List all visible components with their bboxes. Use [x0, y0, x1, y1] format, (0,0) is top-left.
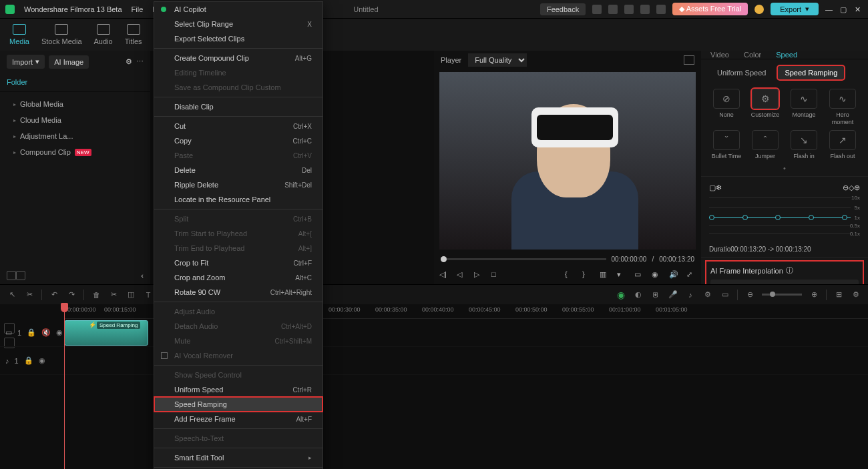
music-icon[interactable]: ♪	[685, 290, 696, 300]
tab-media[interactable]: Media	[9, 24, 29, 45]
preset-none[interactable]: ⊘None	[709, 89, 744, 126]
menu-item-create-compound-clip[interactable]: Create Compound ClipAlt+G	[154, 51, 322, 65]
preset-flash-out[interactable]: ↗Flash out	[825, 130, 860, 160]
sidebar-item-global-media[interactable]: ▸Global Media	[3, 96, 148, 112]
toggle-icon[interactable]: ▢	[709, 183, 716, 192]
shield-icon[interactable]: ⛨	[650, 290, 661, 300]
display-icon[interactable]: ▭	[634, 270, 644, 280]
import-dropdown[interactable]: Import ▾	[7, 55, 45, 69]
menu-file[interactable]: File	[132, 5, 144, 13]
preset-hero-moment[interactable]: ∿Hero moment	[825, 89, 860, 126]
export-button[interactable]: Export ▾	[771, 3, 819, 15]
curve-graph[interactable]: 10x 5x 1x 0.5x 0.1x	[709, 197, 860, 235]
fullscreen-icon[interactable]: ⤢	[686, 270, 696, 280]
preset-customize[interactable]: ⚙Customize	[748, 89, 783, 126]
ai-image-button[interactable]: AI Image	[49, 55, 89, 69]
tab-color[interactable]: Color	[744, 51, 761, 59]
stop-icon[interactable]: □	[491, 270, 501, 280]
camera-icon[interactable]: ◉	[652, 270, 661, 280]
audio-track-header[interactable]: ♪1 🔒 ◉	[0, 347, 64, 375]
video-track-header[interactable]: ▭1 🔒 🔇 ◉	[0, 319, 64, 347]
volume-icon[interactable]: 🔊	[669, 270, 678, 280]
blade-icon[interactable]: ✂	[24, 290, 35, 300]
mute-icon[interactable]: 🔇	[41, 328, 51, 337]
preset-flash-in[interactable]: ↘Flash in	[787, 130, 821, 160]
eye-icon[interactable]: ◉	[39, 356, 45, 365]
crop-icon[interactable]: ◫	[126, 290, 136, 300]
tab-stock-media[interactable]: Stock Media	[41, 24, 82, 45]
tab-video[interactable]: Video	[710, 51, 729, 59]
apps-icon[interactable]	[656, 5, 666, 14]
more-icon[interactable]: ⋯	[136, 57, 144, 66]
menu-item-speed-ramping[interactable]: Speed Ramping	[154, 397, 322, 412]
new-bin-icon[interactable]	[16, 271, 25, 280]
cursor-icon[interactable]: ↖	[7, 290, 17, 300]
menu-item-disable-clip[interactable]: Disable Clip	[154, 99, 322, 114]
close-icon[interactable]: ✕	[855, 5, 863, 13]
collapse-icon[interactable]: ‹	[141, 272, 144, 280]
redo-icon[interactable]: ↷	[66, 290, 77, 300]
zoom-slider[interactable]	[762, 294, 802, 296]
chevron-down-icon[interactable]: ▾	[617, 270, 626, 280]
preset-pager[interactable]: •	[701, 163, 868, 177]
remove-key-icon[interactable]: ⊖	[843, 183, 849, 192]
prev-frame-icon[interactable]: ◁|	[439, 270, 449, 280]
filter-icon[interactable]: ⚙	[126, 57, 132, 66]
tab-speed[interactable]: Speed	[776, 51, 797, 59]
scrub-track[interactable]	[441, 258, 606, 260]
menu-item-crop-to-fit[interactable]: Crop to FitCtrl+F	[154, 256, 322, 270]
menu-item-export-selected-clips[interactable]: Export Selected Clips	[154, 31, 322, 46]
menu-item-uniform-speed[interactable]: Uniform SpeedCtrl+R	[154, 382, 322, 397]
playhead-handle[interactable]	[61, 303, 68, 312]
menu-item-copy[interactable]: CopyCtrl+C	[154, 133, 322, 148]
ai-icon[interactable]: ◉	[616, 290, 626, 300]
cloud-icon[interactable]	[624, 5, 634, 14]
download-icon[interactable]	[640, 5, 650, 14]
text-icon[interactable]: T	[143, 290, 154, 300]
menu-item-delete[interactable]: DeleteDel	[154, 163, 322, 177]
account-icon[interactable]	[754, 5, 764, 14]
menu-item-ai-copilot[interactable]: AI Copilot	[154, 2, 322, 17]
ratio-icon[interactable]: ▥	[600, 270, 609, 280]
new-folder-icon[interactable]	[7, 271, 16, 280]
menu-item-crop-and-zoom[interactable]: Crop and ZoomAlt+C	[154, 270, 322, 285]
menu-item-rotate-90-cw[interactable]: Rotate 90 CWCtrl+Alt+Right	[154, 285, 322, 300]
minimize-icon[interactable]: —	[825, 5, 833, 13]
key-icon[interactable]: ◇	[849, 183, 854, 192]
preview-viewport[interactable]	[439, 72, 696, 250]
sidebar-item-cloud-media[interactable]: ▸Cloud Media	[3, 112, 148, 128]
preset-jumper[interactable]: ˆJumper	[748, 130, 783, 160]
timeline-clip[interactable]: ⚡ Speed Ramping	[64, 320, 148, 346]
menu-item-select-clip-range[interactable]: Select Clip RangeX	[154, 17, 322, 31]
snapshot-icon[interactable]	[684, 55, 694, 65]
lock-icon[interactable]: 🔒	[27, 328, 36, 337]
menu-item-locate-in-the-resource-panel[interactable]: Locate in the Resource Panel	[154, 192, 322, 207]
subtab-uniform-speed[interactable]: Uniform Speed	[710, 66, 773, 79]
mark-out-icon[interactable]: }	[582, 270, 592, 280]
assets-trial-button[interactable]: ◆ Assets Free Trial	[672, 3, 748, 15]
split-icon[interactable]: ✂	[108, 290, 119, 300]
menu-item-add-freeze-frame[interactable]: Add Freeze FrameAlt+F	[154, 412, 322, 426]
undo-icon[interactable]: ↶	[49, 290, 59, 300]
mark-in-icon[interactable]: {	[565, 270, 574, 280]
playhead[interactable]	[64, 304, 65, 469]
mic-icon[interactable]: 🎤	[668, 290, 678, 300]
subtab-speed-ramping[interactable]: Speed Ramping	[778, 66, 844, 79]
screen-icon[interactable]	[592, 5, 602, 14]
eye-icon[interactable]: ◉	[56, 328, 63, 337]
add-key-icon[interactable]: ⊕	[854, 183, 860, 192]
sidebar-item-compound-clip[interactable]: ▸Compound ClipNEW	[3, 144, 148, 160]
menu-item-ripple-delete[interactable]: Ripple DeleteShift+Del	[154, 177, 322, 192]
preset-bullet-time[interactable]: ˇBullet Time	[709, 130, 744, 160]
play-icon[interactable]: ▷	[474, 270, 483, 280]
tab-audio[interactable]: Audio	[94, 24, 113, 45]
maximize-icon[interactable]: ▢	[840, 5, 848, 13]
scrub-handle[interactable]	[441, 256, 447, 262]
quality-select[interactable]: Full Quality	[468, 53, 527, 67]
prev-icon[interactable]: ◁	[457, 270, 466, 280]
gallery-icon[interactable]	[608, 5, 618, 14]
sidebar-item-adjustment-layer[interactable]: ▸Adjustment La...	[3, 128, 148, 144]
lock-icon[interactable]: 🔒	[24, 356, 33, 365]
delete-icon[interactable]: 🗑	[91, 290, 101, 300]
tab-titles[interactable]: Titles	[125, 24, 142, 45]
